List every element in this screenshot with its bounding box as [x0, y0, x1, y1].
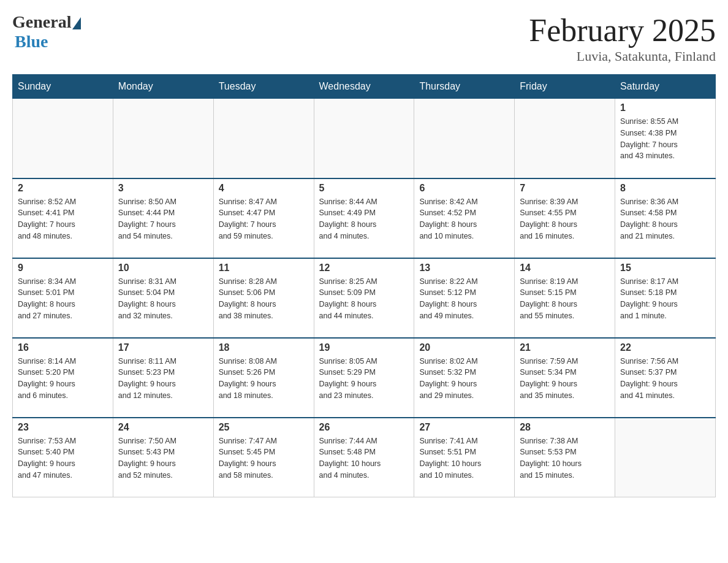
- calendar-cell: 7Sunrise: 8:39 AMSunset: 4:55 PMDaylight…: [515, 178, 615, 258]
- day-number: 13: [419, 262, 509, 274]
- calendar-cell: 14Sunrise: 8:19 AMSunset: 5:15 PMDayligh…: [515, 258, 615, 338]
- day-info: Sunrise: 8:44 AMSunset: 4:49 PMDaylight:…: [319, 196, 409, 242]
- day-number: 26: [319, 422, 409, 433]
- day-number: 9: [18, 262, 108, 274]
- day-number: 10: [118, 262, 208, 274]
- calendar-cell: 9Sunrise: 8:34 AMSunset: 5:01 PMDaylight…: [13, 258, 113, 338]
- calendar-cell: [414, 99, 515, 178]
- calendar-cell: 23Sunrise: 7:53 AMSunset: 5:40 PMDayligh…: [13, 418, 113, 497]
- day-info: Sunrise: 8:22 AMSunset: 5:12 PMDaylight:…: [419, 276, 509, 322]
- day-info: Sunrise: 7:44 AMSunset: 5:48 PMDaylight:…: [319, 435, 409, 481]
- weekday-header-wednesday: Wednesday: [314, 75, 414, 99]
- logo-general-text: General: [12, 12, 71, 32]
- calendar-cell: 12Sunrise: 8:25 AMSunset: 5:09 PMDayligh…: [314, 258, 414, 338]
- calendar-cell: 2Sunrise: 8:52 AMSunset: 4:41 PMDaylight…: [13, 178, 113, 258]
- day-number: 23: [18, 422, 108, 433]
- day-info: Sunrise: 8:34 AMSunset: 5:01 PMDaylight:…: [18, 276, 108, 322]
- calendar-table: SundayMondayTuesdayWednesdayThursdayFrid…: [12, 74, 716, 497]
- day-info: Sunrise: 7:38 AMSunset: 5:53 PMDaylight:…: [520, 435, 610, 481]
- day-number: 6: [419, 183, 509, 194]
- day-number: 4: [219, 183, 309, 194]
- calendar-cell: [515, 99, 615, 178]
- calendar-cell: 18Sunrise: 8:08 AMSunset: 5:26 PMDayligh…: [213, 338, 314, 418]
- weekday-header-thursday: Thursday: [414, 75, 515, 99]
- day-info: Sunrise: 7:50 AMSunset: 5:43 PMDaylight:…: [118, 435, 208, 481]
- calendar-cell: 26Sunrise: 7:44 AMSunset: 5:48 PMDayligh…: [314, 418, 414, 497]
- calendar-cell: 22Sunrise: 7:56 AMSunset: 5:37 PMDayligh…: [615, 338, 716, 418]
- calendar-cell: 10Sunrise: 8:31 AMSunset: 5:04 PMDayligh…: [113, 258, 213, 338]
- calendar-cell: [13, 99, 113, 178]
- calendar-cell: 1Sunrise: 8:55 AMSunset: 4:38 PMDaylight…: [615, 99, 716, 178]
- day-number: 18: [219, 342, 309, 353]
- day-number: 12: [319, 262, 409, 274]
- calendar-cell: 13Sunrise: 8:22 AMSunset: 5:12 PMDayligh…: [414, 258, 515, 338]
- day-number: 22: [620, 342, 710, 353]
- calendar-cell: 27Sunrise: 7:41 AMSunset: 5:51 PMDayligh…: [414, 418, 515, 497]
- day-number: 8: [620, 183, 710, 194]
- day-info: Sunrise: 8:36 AMSunset: 4:58 PMDaylight:…: [620, 196, 710, 242]
- calendar-cell: 15Sunrise: 8:17 AMSunset: 5:18 PMDayligh…: [615, 258, 716, 338]
- calendar-cell: [213, 99, 314, 178]
- calendar-title: February 2025: [529, 12, 716, 48]
- day-info: Sunrise: 8:17 AMSunset: 5:18 PMDaylight:…: [620, 276, 710, 322]
- day-number: 7: [520, 183, 610, 194]
- calendar-cell: 19Sunrise: 8:05 AMSunset: 5:29 PMDayligh…: [314, 338, 414, 418]
- calendar-week-row: 16Sunrise: 8:14 AMSunset: 5:20 PMDayligh…: [13, 338, 716, 418]
- logo-arrow-icon: [72, 17, 81, 29]
- day-info: Sunrise: 8:08 AMSunset: 5:26 PMDaylight:…: [219, 356, 309, 402]
- weekday-header-friday: Friday: [515, 75, 615, 99]
- day-number: 20: [419, 342, 509, 353]
- title-section: February 2025 Luvia, Satakunta, Finland: [529, 12, 716, 64]
- calendar-week-row: 23Sunrise: 7:53 AMSunset: 5:40 PMDayligh…: [13, 418, 716, 497]
- day-info: Sunrise: 7:56 AMSunset: 5:37 PMDaylight:…: [620, 356, 710, 402]
- day-info: Sunrise: 8:05 AMSunset: 5:29 PMDaylight:…: [319, 356, 409, 402]
- day-info: Sunrise: 8:19 AMSunset: 5:15 PMDaylight:…: [520, 276, 610, 322]
- day-number: 24: [118, 422, 208, 433]
- day-number: 15: [620, 262, 710, 274]
- calendar-cell: [314, 99, 414, 178]
- day-number: 1: [620, 102, 710, 113]
- day-info: Sunrise: 8:52 AMSunset: 4:41 PMDaylight:…: [18, 196, 108, 242]
- day-info: Sunrise: 8:42 AMSunset: 4:52 PMDaylight:…: [419, 196, 509, 242]
- day-info: Sunrise: 8:25 AMSunset: 5:09 PMDaylight:…: [319, 276, 409, 322]
- calendar-cell: 4Sunrise: 8:47 AMSunset: 4:47 PMDaylight…: [213, 178, 314, 258]
- calendar-cell: 24Sunrise: 7:50 AMSunset: 5:43 PMDayligh…: [113, 418, 213, 497]
- calendar-week-row: 9Sunrise: 8:34 AMSunset: 5:01 PMDaylight…: [13, 258, 716, 338]
- day-info: Sunrise: 8:11 AMSunset: 5:23 PMDaylight:…: [118, 356, 208, 402]
- logo: General Blue: [12, 12, 81, 52]
- day-info: Sunrise: 8:14 AMSunset: 5:20 PMDaylight:…: [18, 356, 108, 402]
- day-info: Sunrise: 8:02 AMSunset: 5:32 PMDaylight:…: [419, 356, 509, 402]
- calendar-week-row: 1Sunrise: 8:55 AMSunset: 4:38 PMDaylight…: [13, 99, 716, 178]
- weekday-header-monday: Monday: [113, 75, 213, 99]
- day-info: Sunrise: 7:59 AMSunset: 5:34 PMDaylight:…: [520, 356, 610, 402]
- calendar-subtitle: Luvia, Satakunta, Finland: [529, 48, 716, 64]
- calendar-cell: 11Sunrise: 8:28 AMSunset: 5:06 PMDayligh…: [213, 258, 314, 338]
- day-number: 28: [520, 422, 610, 433]
- calendar-cell: 16Sunrise: 8:14 AMSunset: 5:20 PMDayligh…: [13, 338, 113, 418]
- day-info: Sunrise: 8:47 AMSunset: 4:47 PMDaylight:…: [219, 196, 309, 242]
- calendar-week-row: 2Sunrise: 8:52 AMSunset: 4:41 PMDaylight…: [13, 178, 716, 258]
- day-number: 5: [319, 183, 409, 194]
- page-header: General Blue February 2025 Luvia, Sataku…: [12, 12, 716, 64]
- weekday-header-tuesday: Tuesday: [213, 75, 314, 99]
- day-info: Sunrise: 7:41 AMSunset: 5:51 PMDaylight:…: [419, 435, 509, 481]
- weekday-header-row: SundayMondayTuesdayWednesdayThursdayFrid…: [13, 75, 716, 99]
- day-number: 14: [520, 262, 610, 274]
- day-info: Sunrise: 7:53 AMSunset: 5:40 PMDaylight:…: [18, 435, 108, 481]
- calendar-cell: [615, 418, 716, 497]
- day-info: Sunrise: 8:55 AMSunset: 4:38 PMDaylight:…: [620, 116, 710, 162]
- weekday-header-saturday: Saturday: [615, 75, 716, 99]
- day-number: 17: [118, 342, 208, 353]
- calendar-cell: [113, 99, 213, 178]
- day-number: 16: [18, 342, 108, 353]
- calendar-cell: 8Sunrise: 8:36 AMSunset: 4:58 PMDaylight…: [615, 178, 716, 258]
- calendar-cell: 21Sunrise: 7:59 AMSunset: 5:34 PMDayligh…: [515, 338, 615, 418]
- day-info: Sunrise: 7:47 AMSunset: 5:45 PMDaylight:…: [219, 435, 309, 481]
- calendar-cell: 20Sunrise: 8:02 AMSunset: 5:32 PMDayligh…: [414, 338, 515, 418]
- weekday-header-sunday: Sunday: [13, 75, 113, 99]
- day-number: 2: [18, 183, 108, 194]
- day-number: 21: [520, 342, 610, 353]
- calendar-cell: 5Sunrise: 8:44 AMSunset: 4:49 PMDaylight…: [314, 178, 414, 258]
- day-info: Sunrise: 8:39 AMSunset: 4:55 PMDaylight:…: [520, 196, 610, 242]
- calendar-cell: 17Sunrise: 8:11 AMSunset: 5:23 PMDayligh…: [113, 338, 213, 418]
